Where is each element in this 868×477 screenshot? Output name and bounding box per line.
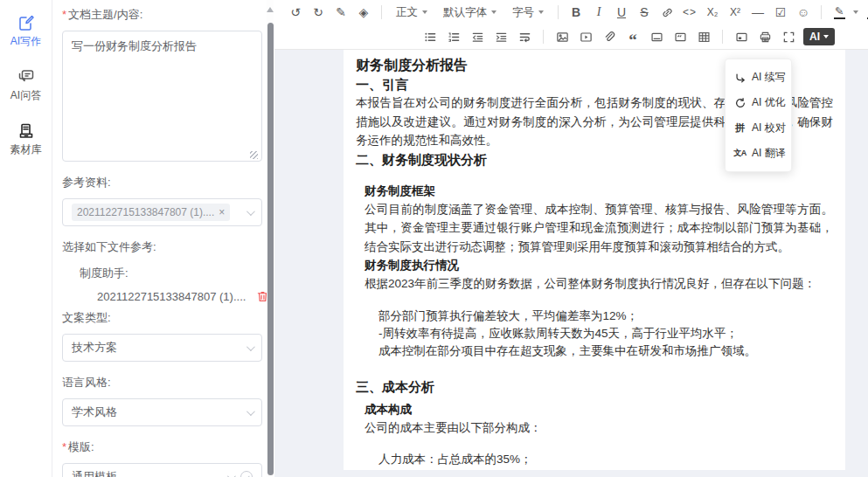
editor-toolbar: ↺ ↻ ✎ ◈ 正文 默认字体 字号 B I U S <> X₂ X² — [274, 0, 868, 50]
scroll-up-arrow-icon[interactable] [267, 7, 274, 12]
text-wrap-icon[interactable] [516, 27, 533, 46]
strikethrough-button[interactable]: S [635, 3, 653, 22]
font-color-button[interactable]: A [864, 3, 868, 22]
document-pen-icon [17, 14, 35, 31]
chat-bubbles-icon [17, 68, 35, 86]
print-icon[interactable] [756, 27, 774, 46]
issue-item: 部分部门预算执行偏差较大，平均偏差率为12%； [378, 308, 833, 325]
chevron-down-icon [247, 342, 255, 351]
reference-select[interactable]: 2021122715133847807 (1).... × [62, 198, 262, 226]
optimize-refresh-icon [733, 96, 746, 109]
cost-item: 人力成本：占总成本的35%； [378, 451, 833, 468]
form-panel-scrollbar[interactable] [267, 0, 274, 477]
sidebar-item-label: 素材库 [10, 142, 42, 157]
chevron-down-icon[interactable] [853, 10, 858, 14]
outdent-icon[interactable] [469, 27, 486, 46]
cost-paragraph: 公司的成本主要由以下部分构成： [365, 418, 833, 438]
bold-button[interactable]: B [567, 3, 585, 22]
insert-video-icon[interactable] [577, 27, 594, 46]
fullscreen-icon[interactable] [780, 27, 797, 46]
chevron-down-icon [491, 10, 496, 14]
menu-item-ai-continue[interactable]: AI 续写 [726, 65, 791, 90]
emoji-icon[interactable]: ☺ [795, 3, 812, 22]
textarea-resize-handle[interactable] [250, 151, 258, 159]
style-select[interactable]: 学术风格 [62, 398, 262, 426]
scrollbar-thumb[interactable] [267, 23, 274, 475]
sidebar-item-material-library[interactable]: 素材库 [10, 122, 42, 157]
subscript-button[interactable]: X₂ [704, 3, 721, 22]
subheading-framework: 财务制度框架 [365, 182, 833, 200]
undo-icon[interactable]: ↺ [287, 3, 304, 22]
canvas-bottom-margin [274, 472, 868, 477]
divider-block-icon[interactable] [648, 27, 665, 46]
inline-code-icon[interactable]: <> [681, 3, 698, 22]
copy-type-select[interactable]: 技术方案 [62, 334, 262, 362]
insert-image-icon[interactable] [553, 27, 571, 46]
chevron-down-icon [247, 407, 255, 416]
todo-checkbox-icon[interactable]: ☑ [772, 3, 789, 22]
format-painter-icon[interactable]: ✎ [332, 3, 350, 22]
redo-icon[interactable]: ↻ [309, 3, 327, 22]
menu-item-ai-proofread[interactable]: 拼 AI 校对 [726, 115, 791, 141]
clear-format-icon[interactable]: ◈ [355, 3, 372, 22]
toolbar-divider [381, 5, 382, 19]
menu-item-ai-optimize[interactable]: AI 优化 [726, 90, 791, 115]
link-icon[interactable] [658, 3, 676, 22]
font-size-dropdown[interactable]: 字号 [507, 3, 549, 22]
required-asterisk: * [62, 8, 66, 21]
translate-icon: 文A [733, 147, 746, 160]
sidebar-item-ai-qa[interactable]: AI问答 [10, 68, 41, 103]
check-circle-icon [240, 471, 253, 477]
generation-form: *文档主题/内容: 写一份财务制度分析报告 参考资料: 202112271513… [53, 0, 266, 477]
execution-paragraph: 根据2023年前三季度的财务数据，公司整体财务制度执行情况良好，但存在以下问题： [365, 274, 833, 294]
bullet-list-icon[interactable] [421, 27, 439, 46]
chevron-down-icon [538, 10, 544, 14]
superscript-button[interactable]: X² [726, 3, 744, 22]
style-label: 语言风格: [62, 375, 260, 391]
issue-item: 成本控制在部分项目中存在超支现象，主要集中在研发和市场推广领域。 [378, 342, 833, 360]
app-rail: AI写作 AI问答 素材库 [0, 0, 52, 477]
topic-label: *文档主题/内容: [62, 7, 260, 23]
menu-item-ai-translate[interactable]: 文A AI 翻译 [726, 141, 791, 166]
chevron-down-icon [823, 35, 829, 38]
ordered-list-icon[interactable] [445, 27, 462, 46]
section-heading-cost: 三、成本分析 [356, 377, 833, 396]
toolbar-divider [821, 5, 822, 19]
horizontal-rule-icon[interactable]: — [749, 3, 767, 22]
topic-input[interactable]: 写一份财务制度分析报告 [62, 31, 262, 162]
issue-item: -周转效率有待提高，应收账款周转天数为45天，高于行业平均水平； [378, 325, 833, 342]
page-preview-icon[interactable] [733, 27, 750, 46]
sidebar-item-label: AI问答 [10, 88, 41, 103]
font-family-dropdown[interactable]: 默认字体 [438, 3, 502, 22]
copy-type-label: 文案类型: [62, 310, 260, 326]
toolbar-divider [543, 30, 544, 44]
framework-paragraph: 公司目前的制度涵盖了资金管理、成本控制、预算管理、核算与报告、风险管理等方面。其… [365, 200, 833, 257]
code-block-icon[interactable] [671, 27, 689, 46]
chevron-down-icon [247, 207, 255, 216]
continue-writing-icon [733, 71, 746, 84]
subheading-cost-structure: 成本构成 [365, 400, 833, 418]
attachment-icon[interactable] [601, 27, 618, 46]
blockquote-icon[interactable]: “ [624, 27, 642, 46]
highlight-color-button[interactable]: ✎ [830, 3, 848, 22]
chevron-down-icon [422, 10, 427, 14]
underline-button[interactable]: U [613, 3, 630, 22]
toolbar-divider [722, 30, 723, 44]
template-label: *模版: [62, 439, 260, 455]
indent-icon[interactable] [492, 27, 510, 46]
italic-button[interactable]: I [590, 3, 608, 22]
selected-file-name: 2021122715133847807 (1).... [97, 290, 246, 303]
file-ref-label: 选择如下文件参考: [62, 239, 260, 255]
insert-table-icon[interactable] [695, 27, 712, 46]
ai-menu-button[interactable]: AI [803, 28, 835, 45]
paragraph-style-dropdown[interactable]: 正文 [391, 3, 433, 22]
tag-close-icon[interactable]: × [219, 207, 225, 218]
subheading-execution: 财务制度执行情况 [365, 256, 833, 274]
sidebar-item-ai-writing[interactable]: AI写作 [10, 14, 41, 49]
required-asterisk: * [62, 440, 66, 453]
toolbar-divider [558, 5, 559, 19]
library-icon [17, 122, 35, 140]
selected-file-row: 2021122715133847807 (1).... [97, 290, 260, 303]
template-select[interactable]: 通用模板 [62, 463, 262, 477]
reference-label: 参考资料: [62, 175, 260, 190]
